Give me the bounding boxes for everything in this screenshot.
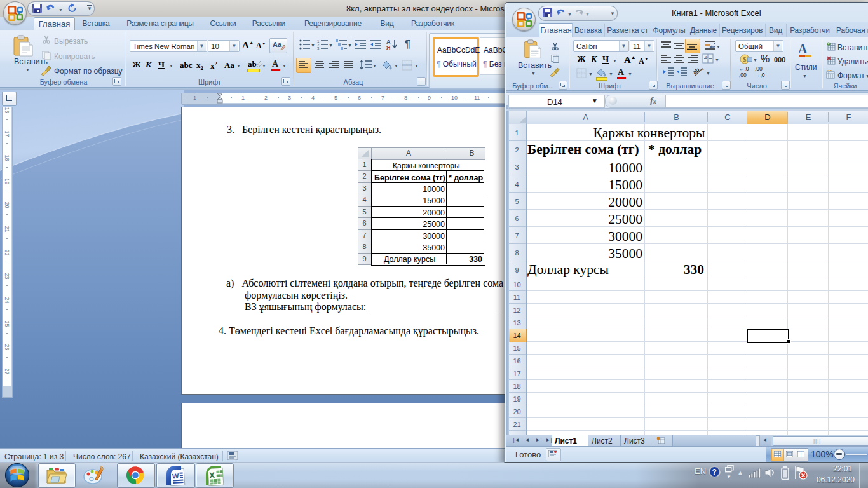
svg-text:W: W <box>172 472 179 480</box>
svg-text:А: А <box>798 42 808 56</box>
svg-text:$: $ <box>743 55 747 63</box>
svg-text:ab: ab <box>693 66 701 76</box>
svg-text:Я: Я <box>386 44 390 50</box>
svg-text:?: ? <box>712 468 717 477</box>
svg-text:X: X <box>209 470 215 480</box>
svg-text:3: 3 <box>317 46 320 50</box>
